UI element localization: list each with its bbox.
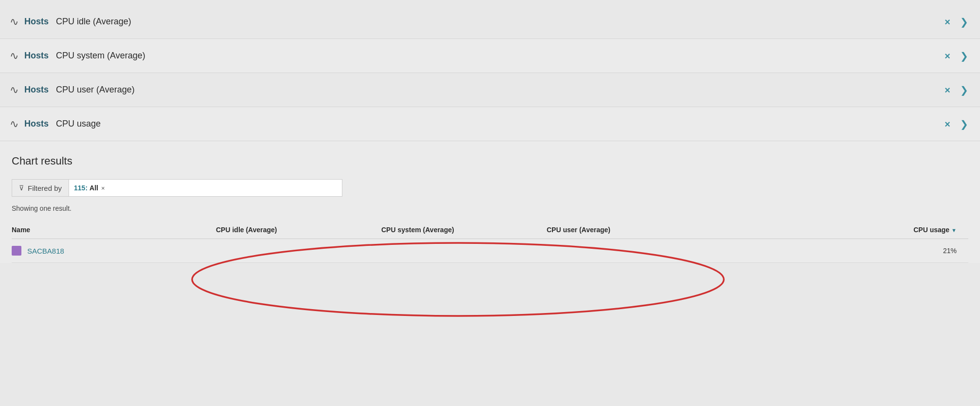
main-container: ∿ Hosts CPU idle (Average) × ❯ ∿ Hosts C… xyxy=(0,0,980,268)
col-header-cpu-system-avg: CPU system (Average) xyxy=(381,221,547,239)
metric-row-cpu-idle: ∿ Hosts CPU idle (Average) × ❯ xyxy=(0,5,980,39)
metric-icon-cpu-usage: ∿ xyxy=(10,119,18,129)
metric-actions-cpu-idle: × ❯ xyxy=(944,17,968,27)
expand-metric-button-cpu-user[interactable]: ❯ xyxy=(960,85,968,95)
remove-metric-button-cpu-system[interactable]: × xyxy=(944,51,950,61)
row-cpu-system-avg xyxy=(381,239,547,263)
metric-rows: ∿ Hosts CPU idle (Average) × ❯ ∿ Hosts C… xyxy=(0,5,980,141)
metric-icon-cpu-idle: ∿ xyxy=(10,17,18,27)
sort-icon-cpu-usage: ▼ xyxy=(951,227,957,233)
metric-row-cpu-system: ∿ Hosts CPU system (Average) × ❯ xyxy=(0,39,980,73)
chart-results-title: Chart results xyxy=(12,155,968,167)
metric-row-cpu-usage: ∿ Hosts CPU usage × ❯ xyxy=(0,107,980,141)
showing-text: Showing one result. xyxy=(12,204,968,212)
metric-icon-cpu-user: ∿ xyxy=(10,85,18,95)
metric-label-cpu-system: Hosts CPU system (Average) xyxy=(24,51,145,61)
results-table-wrapper: NameCPU idle (Average)CPU system (Averag… xyxy=(12,221,968,263)
metric-label-cpu-idle: Hosts CPU idle (Average) xyxy=(24,17,131,27)
metric-icon-cpu-system: ∿ xyxy=(10,51,18,61)
metric-left-cpu-usage: ∿ Hosts CPU usage xyxy=(10,119,101,129)
filter-label: ⊽ Filtered by xyxy=(12,179,69,197)
filter-tag-container: 115: All × xyxy=(69,179,342,197)
filter-value: All xyxy=(89,184,98,192)
table-body: SACBA818 21% xyxy=(12,239,968,263)
filter-number: 115: xyxy=(74,184,88,192)
remove-metric-button-cpu-user[interactable]: × xyxy=(944,85,950,95)
filter-text: Filtered by xyxy=(28,184,62,192)
metric-row-cpu-user: ∿ Hosts CPU user (Average) × ❯ xyxy=(0,73,980,107)
row-name-cell: SACBA818 xyxy=(12,239,216,263)
remove-metric-button-cpu-usage[interactable]: × xyxy=(944,119,950,129)
remove-metric-button-cpu-idle[interactable]: × xyxy=(944,17,950,27)
filter-tag: 115: All × xyxy=(74,184,105,192)
metric-left-cpu-idle: ∿ Hosts CPU idle (Average) xyxy=(10,17,131,27)
filter-bar: ⊽ Filtered by 115: All × xyxy=(12,179,342,197)
metric-actions-cpu-usage: × ❯ xyxy=(944,119,968,129)
col-header-cpu-user-avg: CPU user (Average) xyxy=(547,221,712,239)
row-name-link[interactable]: SACBA818 xyxy=(27,247,64,255)
filter-close-button[interactable]: × xyxy=(101,185,105,192)
metric-label-cpu-user: Hosts CPU user (Average) xyxy=(24,85,135,95)
hosts-text-cpu-system: Hosts xyxy=(24,51,49,60)
hosts-text-cpu-usage: Hosts xyxy=(24,119,49,129)
col-header-name: Name xyxy=(12,221,216,239)
metric-left-cpu-system: ∿ Hosts CPU system (Average) xyxy=(10,51,145,61)
metric-actions-cpu-system: × ❯ xyxy=(944,51,968,61)
hosts-text-cpu-idle: Hosts xyxy=(24,17,49,26)
expand-metric-button-cpu-system[interactable]: ❯ xyxy=(960,51,968,61)
row-cpu-usage: 21% xyxy=(712,239,968,263)
table-header: NameCPU idle (Average)CPU system (Averag… xyxy=(12,221,968,239)
metric-left-cpu-user: ∿ Hosts CPU user (Average) xyxy=(10,85,135,95)
metric-actions-cpu-user: × ❯ xyxy=(944,85,968,95)
table-row[interactable]: SACBA818 21% xyxy=(12,239,968,263)
metric-label-cpu-usage: Hosts CPU usage xyxy=(24,119,101,129)
expand-metric-button-cpu-idle[interactable]: ❯ xyxy=(960,17,968,27)
row-cpu-idle-avg xyxy=(216,239,381,263)
expand-metric-button-cpu-usage[interactable]: ❯ xyxy=(960,119,968,129)
chart-results-section: Chart results ⊽ Filtered by 115: All × S… xyxy=(0,141,980,263)
table-header-row: NameCPU idle (Average)CPU system (Averag… xyxy=(12,221,968,239)
row-cpu-user-avg xyxy=(547,239,712,263)
results-table: NameCPU idle (Average)CPU system (Averag… xyxy=(12,221,968,263)
filter-icon: ⊽ xyxy=(19,184,24,192)
col-header-cpu-idle-avg: CPU idle (Average) xyxy=(216,221,381,239)
col-header-cpu-usage[interactable]: CPU usage▼ xyxy=(712,221,968,239)
hosts-text-cpu-user: Hosts xyxy=(24,85,49,94)
row-color-indicator xyxy=(12,246,21,256)
